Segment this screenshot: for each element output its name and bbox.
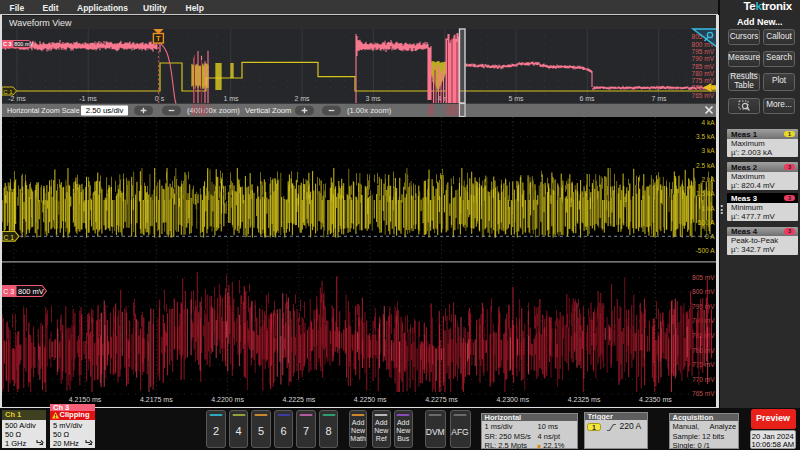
svg-text:4.2200 ms: 4.2200 ms <box>211 396 244 403</box>
svg-text:-2 ms: -2 ms <box>8 95 26 102</box>
svg-text:1 ms: 1 ms <box>223 95 239 102</box>
svg-text:4.2225 ms: 4.2225 ms <box>283 396 316 403</box>
svg-text:7 ms: 7 ms <box>651 95 667 102</box>
svg-text:4.2150 ms: 4.2150 ms <box>69 396 102 403</box>
svg-text:4.2300 ms: 4.2300 ms <box>496 396 529 403</box>
svg-text:785 mV: 785 mV <box>692 63 715 70</box>
svg-text:5 ms: 5 ms <box>508 95 524 102</box>
svg-text:790 mV: 790 mV <box>692 55 715 62</box>
svg-text:4.2250 ms: 4.2250 ms <box>354 396 387 403</box>
svg-text:T: T <box>156 34 161 43</box>
svg-text:Horizontal Zoom Scale: Horizontal Zoom Scale <box>7 106 80 115</box>
svg-text:4.2275 ms: 4.2275 ms <box>425 396 458 403</box>
svg-text:Vertical Zoom: Vertical Zoom <box>245 106 291 115</box>
svg-text:2 ms: 2 ms <box>294 95 310 102</box>
svg-text:770 mV: 770 mV <box>692 376 715 383</box>
svg-text:805 mV: 805 mV <box>692 274 715 281</box>
svg-text:795 mV: 795 mV <box>692 303 715 310</box>
svg-text:C 1: C 1 <box>4 234 15 241</box>
svg-text:-1 ms: -1 ms <box>79 95 97 102</box>
svg-text:0 s: 0 s <box>155 95 165 102</box>
svg-text:C 1: C 1 <box>3 89 13 95</box>
svg-text:C 3: C 3 <box>3 41 12 47</box>
svg-text:(400.00x zoom): (400.00x zoom) <box>187 106 240 115</box>
svg-text:2.50 us/div: 2.50 us/div <box>86 106 124 115</box>
svg-text:6 ms: 6 ms <box>579 95 595 102</box>
svg-text:775 mV: 775 mV <box>692 77 715 84</box>
svg-text:795 mV: 795 mV <box>692 48 715 55</box>
svg-text:800 mV: 800 mV <box>18 287 44 296</box>
svg-text:3 kA: 3 kA <box>701 147 715 154</box>
svg-text:800 mV: 800 mV <box>692 288 715 295</box>
svg-text:765 mV: 765 mV <box>692 390 715 397</box>
svg-text:Waveform View: Waveform View <box>9 18 72 28</box>
svg-text:765 mV: 765 mV <box>692 92 715 99</box>
svg-text:4.2325 ms: 4.2325 ms <box>568 396 601 403</box>
svg-text:C 3: C 3 <box>3 288 14 295</box>
svg-text:780 mV: 780 mV <box>692 70 715 77</box>
svg-text:4 kA: 4 kA <box>701 119 715 126</box>
svg-text:(1.00x zoom): (1.00x zoom) <box>347 106 392 115</box>
svg-text:800 mV: 800 mV <box>14 41 33 47</box>
svg-text:4.2350 ms: 4.2350 ms <box>639 396 672 403</box>
svg-text:3.5 kA: 3.5 kA <box>696 133 715 140</box>
svg-text:2.5 kA: 2.5 kA <box>696 162 715 169</box>
svg-text:-500 A: -500 A <box>696 247 715 254</box>
svg-text:3 ms: 3 ms <box>365 95 381 102</box>
svg-text:775 mV: 775 mV <box>692 361 715 368</box>
svg-text:4.2175 ms: 4.2175 ms <box>140 396 173 403</box>
